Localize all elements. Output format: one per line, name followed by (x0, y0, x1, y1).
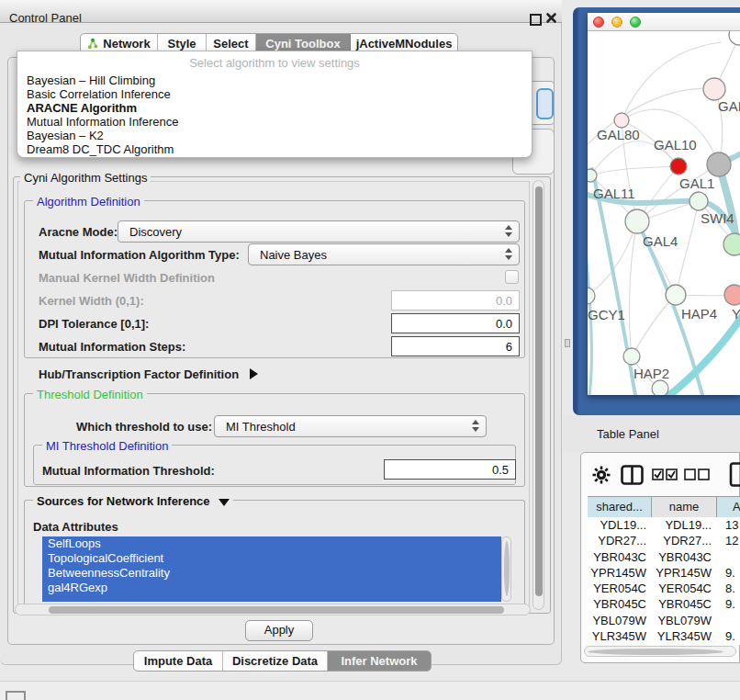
table-row[interactable]: YBR045CYBR045C9. (588, 596, 740, 612)
kernel-width-field[interactable]: 0.0 (391, 290, 520, 310)
table-cell: 9. (717, 596, 740, 612)
splitter-handle[interactable] (565, 339, 570, 347)
table-horizontal-scrollbar[interactable] (584, 646, 736, 657)
expand-arrow-icon[interactable] (250, 368, 258, 379)
settings-vertical-scrollbar[interactable] (533, 180, 544, 610)
table-row[interactable]: YBR043CYBR043C (588, 549, 740, 565)
mi-algorithm-type-select[interactable]: Naive Bayes (248, 243, 520, 265)
network-window-titlebar[interactable] (588, 13, 740, 31)
table-row[interactable]: YBL079WYBL079W (588, 613, 740, 628)
node-hap4[interactable] (666, 285, 686, 305)
manual-kernel-width-label: Manual Kernel Width Definition (39, 271, 215, 285)
mi-algorithm-type-label: Mutual Information Algorithm Type: (39, 248, 240, 262)
gear-icon[interactable] (591, 465, 611, 485)
mi-threshold-field[interactable]: 0.5 (384, 459, 516, 480)
manual-kernel-width-checkbox[interactable] (505, 270, 519, 284)
table-header-row[interactable]: shared...nameA (588, 496, 740, 518)
network-edge[interactable] (663, 314, 740, 395)
node-red[interactable] (670, 158, 687, 175)
tab-infer-network[interactable]: Infer Network (328, 651, 431, 671)
settings-horizontal-scrollbar[interactable] (15, 604, 531, 615)
close-icon[interactable] (545, 12, 557, 24)
scrollbar-thumb[interactable] (535, 186, 543, 596)
dropdown-item-aracne-algorithm[interactable]: ARACNE Algorithm (17, 101, 532, 115)
attribute-item-topologicalcoefficient[interactable]: TopologicalCoefficient (42, 551, 501, 566)
mi-steps-field[interactable]: 6 (391, 336, 520, 356)
tab-discretize-data[interactable]: Discretize Data (223, 651, 328, 671)
dropdown-item-bayesian-hill-climbing[interactable]: Bayesian – Hill Climbing (17, 73, 532, 87)
network-canvas[interactable]: GAL80GAL10GAL1GAL11SWI4GAL4GCY1HAP4HAP2G… (588, 31, 740, 395)
table-cell: YIL052C (588, 644, 652, 645)
network-edge[interactable] (676, 201, 699, 295)
tab-label: Cyni Toolbox (265, 37, 340, 51)
dropdown-item-mutual-information-inference[interactable]: Mutual Information Inference (17, 115, 532, 129)
network-edge[interactable] (632, 295, 676, 356)
apply-button[interactable]: Apply (245, 620, 313, 641)
node-swi4[interactable] (723, 233, 740, 255)
data-attributes-label: Data Attributes (33, 520, 118, 534)
attributes-scrollbar[interactable] (501, 536, 511, 602)
close-traffic-light-icon[interactable] (593, 17, 604, 28)
aracne-mode-select[interactable]: Discovery (118, 220, 520, 243)
zoom-traffic-light-icon[interactable] (630, 17, 641, 28)
table-row[interactable]: YER054CYER054C8. (588, 581, 740, 596)
minimize-traffic-light-icon[interactable] (611, 17, 622, 28)
node-gal-partial[interactable] (703, 78, 725, 100)
sources-toggle[interactable]: Sources for Network Inference (33, 494, 233, 508)
table-row[interactable]: YPR145WYPR145W9. (588, 565, 740, 581)
stepper-arrows-icon (505, 248, 512, 260)
node-gal10[interactable] (707, 152, 731, 176)
node-gal11[interactable] (588, 169, 597, 182)
node-y-partial[interactable] (724, 285, 740, 305)
network-edge[interactable] (630, 221, 637, 356)
dropdown-item-bayesian-k2[interactable]: Bayesian – K2 (17, 129, 532, 142)
table-row[interactable]: YIL052CYIL052C0. (588, 644, 740, 645)
dropdown-item-dream8-dc-tdc-algorithm[interactable]: Dream8 DC_TDC Algorithm (17, 142, 532, 156)
scrollbar-thumb[interactable] (504, 541, 510, 596)
node-gal80[interactable] (614, 113, 629, 128)
scrollbar-thumb[interactable] (588, 649, 723, 655)
node-hap2[interactable] (623, 348, 640, 365)
select-checkboxes-icon[interactable] (652, 469, 678, 480)
column-header-name[interactable]: name (652, 497, 717, 517)
table-body[interactable]: YDL19...YDL19...13YDR27...YDR27...12YBR0… (588, 517, 740, 645)
scrollbar-thumb[interactable] (49, 606, 504, 614)
table-cell: YBR045C (652, 596, 717, 612)
mi-algorithm-type-value: Naive Bayes (260, 248, 327, 262)
table-row[interactable]: YDL19...YDL19...13 (588, 517, 740, 533)
column-header-shared-[interactable]: shared... (588, 497, 652, 517)
stepper-arrows-icon (505, 225, 512, 237)
attribute-item-betweennesscentrality[interactable]: BetweennessCentrality (42, 566, 501, 581)
node-gal4[interactable] (625, 209, 649, 233)
columns-icon[interactable] (621, 465, 644, 485)
which-threshold-label: Which threshold to use: (76, 420, 212, 434)
minimized-panel-icon[interactable] (6, 691, 26, 700)
mi-steps-label: Mutual Information Steps: (39, 340, 185, 354)
column-header-a[interactable]: A (717, 497, 740, 517)
dpi-tolerance-field[interactable]: 0.0 (391, 313, 520, 333)
tab-label: Network (103, 37, 150, 51)
tab-impute-data[interactable]: Impute Data (134, 651, 223, 671)
table-row[interactable]: YDR27...YDR27...12 (588, 533, 740, 548)
tab-label: Infer Network (341, 654, 417, 668)
data-attributes-list[interactable]: SelfLoopsTopologicalCoefficientBetweenne… (42, 536, 501, 602)
deselect-checkboxes-icon[interactable] (684, 469, 710, 480)
table-row[interactable]: YLR345WYLR345W9. (588, 628, 740, 644)
control-panel-titlebar (0, 0, 562, 23)
node-gal1[interactable] (690, 192, 708, 210)
node-bottom[interactable] (652, 380, 668, 395)
document-icon[interactable] (729, 462, 740, 487)
dropdown-item-basic-correlation-inference[interactable]: Basic Correlation Inference (17, 87, 532, 101)
hub-definition-toggle[interactable]: Hub/Transcription Factor Definition (39, 367, 258, 381)
which-threshold-select[interactable]: MI Threshold (214, 415, 487, 437)
float-window-icon[interactable] (530, 14, 542, 26)
network-edge[interactable] (590, 166, 678, 175)
table-cell: YLR345W (652, 628, 717, 644)
attribute-item-gal4rgexp[interactable]: gal4RGexp (42, 581, 501, 595)
node-unlabeled-top[interactable] (729, 31, 740, 45)
stepper-arrows-icon (472, 420, 479, 432)
algorithm-definition-title: Algorithm Definition (33, 195, 144, 209)
collapse-arrow-icon[interactable] (219, 499, 230, 506)
attribute-item-partial[interactable] (42, 595, 501, 602)
attribute-item-selfloops[interactable]: SelfLoops (42, 536, 501, 551)
